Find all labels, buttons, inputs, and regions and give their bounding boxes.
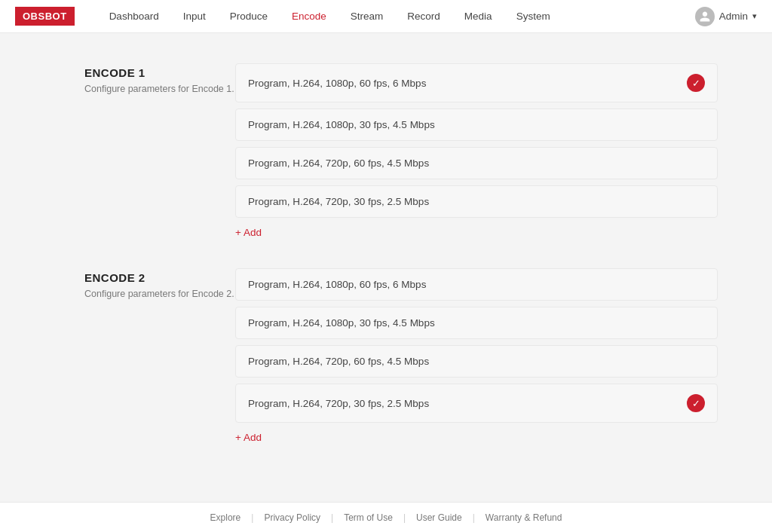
nav-input[interactable]: Input [171, 0, 218, 33]
encode2-label-col: ENCODE 2 Configure parameters for Encode… [84, 268, 235, 443]
nav-dashboard[interactable]: Dashboard [97, 0, 171, 33]
encode1-option-0-label: Program, H.264, 1080p, 60 fps, 6 Mbps [248, 78, 426, 89]
encode1-option-0[interactable]: Program, H.264, 1080p, 60 fps, 6 Mbps ✓ [235, 63, 718, 102]
main-nav: Dashboard Input Produce Encode Stream Re… [97, 0, 695, 33]
encode1-title: ENCODE 1 [84, 66, 235, 79]
encode2-option-1[interactable]: Program, H.264, 1080p, 30 fps, 4.5 Mbps [235, 307, 718, 339]
footer-explore[interactable]: Explore [200, 512, 252, 523]
encode1-add-button[interactable]: + Add [235, 227, 262, 238]
encode2-option-3-label: Program, H.264, 720p, 30 fps, 2.5 Mbps [248, 398, 429, 409]
encode2-option-2-label: Program, H.264, 720p, 60 fps, 4.5 Mbps [248, 356, 429, 367]
footer-guide[interactable]: User Guide [406, 512, 473, 523]
user-menu[interactable]: Admin ▾ [695, 7, 757, 26]
user-chevron-icon: ▾ [752, 11, 757, 21]
footer: Explore | Privacy Policy | Term of Use |… [0, 502, 772, 532]
user-label: Admin [719, 11, 748, 22]
encode1-options: Program, H.264, 1080p, 60 fps, 6 Mbps ✓ … [235, 63, 718, 238]
encode2-option-3[interactable]: Program, H.264, 720p, 30 fps, 2.5 Mbps ✓ [235, 384, 718, 423]
nav-produce[interactable]: Produce [218, 0, 280, 33]
nav-media[interactable]: Media [452, 0, 504, 33]
nav-encode[interactable]: Encode [280, 0, 339, 33]
encode2-option-0-label: Program, H.264, 1080p, 60 fps, 6 Mbps [248, 279, 426, 290]
encode2-section: ENCODE 2 Configure parameters for Encode… [84, 268, 718, 443]
encode2-option-3-check: ✓ [687, 394, 705, 412]
header: OBSBOT Dashboard Input Produce Encode St… [0, 0, 772, 33]
encode1-option-1[interactable]: Program, H.264, 1080p, 30 fps, 4.5 Mbps [235, 109, 718, 141]
encode2-option-0[interactable]: Program, H.264, 1080p, 60 fps, 6 Mbps [235, 268, 718, 301]
logo[interactable]: OBSBOT [15, 7, 75, 26]
footer-privacy[interactable]: Privacy Policy [253, 512, 331, 523]
encode1-option-1-label: Program, H.264, 1080p, 30 fps, 4.5 Mbps [248, 119, 435, 130]
encode1-label-col: ENCODE 1 Configure parameters for Encode… [84, 63, 235, 238]
nav-system[interactable]: System [504, 0, 562, 33]
avatar [695, 7, 715, 26]
nav-record[interactable]: Record [395, 0, 452, 33]
encode2-option-1-label: Program, H.264, 1080p, 30 fps, 4.5 Mbps [248, 317, 435, 329]
nav-stream[interactable]: Stream [339, 0, 396, 33]
footer-terms[interactable]: Term of Use [333, 512, 403, 523]
encode2-subtitle: Configure parameters for Encode 2. [84, 289, 235, 299]
encode1-subtitle: Configure parameters for Encode 1. [84, 84, 235, 94]
encode2-options: Program, H.264, 1080p, 60 fps, 6 Mbps Pr… [235, 268, 718, 443]
main-content: ENCODE 1 Configure parameters for Encode… [24, 33, 748, 503]
encode1-option-3[interactable]: Program, H.264, 720p, 30 fps, 2.5 Mbps [235, 185, 718, 218]
footer-warranty[interactable]: Warranty & Refund [475, 512, 573, 523]
encode2-title: ENCODE 2 [84, 271, 235, 284]
encode2-add-button[interactable]: + Add [235, 432, 262, 443]
encode1-section: ENCODE 1 Configure parameters for Encode… [84, 63, 718, 238]
encode2-option-2[interactable]: Program, H.264, 720p, 60 fps, 4.5 Mbps [235, 345, 718, 378]
encode1-option-2[interactable]: Program, H.264, 720p, 60 fps, 4.5 Mbps [235, 147, 718, 179]
encode1-option-3-label: Program, H.264, 720p, 30 fps, 2.5 Mbps [248, 196, 429, 207]
encode1-option-2-label: Program, H.264, 720p, 60 fps, 4.5 Mbps [248, 157, 429, 169]
encode1-option-0-check: ✓ [687, 74, 705, 92]
